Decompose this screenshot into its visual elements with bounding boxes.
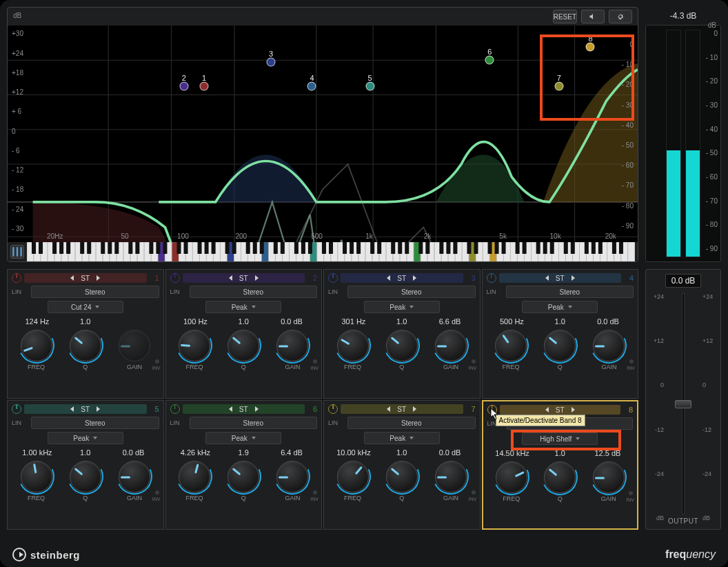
band-node-8[interactable]: [586, 43, 595, 52]
gain-knob[interactable]: [593, 461, 625, 493]
gain-knob[interactable]: [435, 461, 467, 493]
stereo-mode-dropdown[interactable]: Stereo: [31, 417, 159, 429]
gain-knob[interactable]: [119, 461, 150, 493]
invert-indicator[interactable]: [155, 490, 159, 495]
invert-indicator[interactable]: [472, 359, 476, 364]
invert-indicator[interactable]: [313, 359, 317, 364]
invert-indicator[interactable]: [472, 490, 476, 495]
band-processing-selector[interactable]: ST: [500, 405, 621, 415]
gain-value[interactable]: 0.0 dB: [426, 448, 474, 457]
output-slider[interactable]: +24+120-12-24dB +24+120-12-24dB: [646, 293, 720, 515]
freq-knob[interactable]: [337, 461, 369, 493]
gain-value[interactable]: 6.4 dB: [267, 448, 316, 457]
band-node-7[interactable]: [554, 81, 563, 90]
q-value[interactable]: 1.0: [219, 317, 267, 326]
band-power-button[interactable]: [12, 273, 21, 283]
reset-button[interactable]: RESET: [553, 10, 577, 23]
band-power-button[interactable]: [12, 404, 21, 414]
freq-value[interactable]: 1.00 kHz: [13, 448, 61, 457]
filter-type-dropdown[interactable]: Peak: [205, 432, 281, 444]
gain-knob[interactable]: [276, 461, 308, 493]
invert-indicator[interactable]: [629, 359, 634, 364]
stereo-mode-dropdown[interactable]: Stereo: [506, 286, 634, 298]
band-node-3[interactable]: [267, 58, 276, 67]
gain-value[interactable]: 12.5 dB: [584, 449, 631, 457]
band-processing-selector[interactable]: ST: [341, 273, 463, 283]
band-processing-selector[interactable]: ST: [341, 404, 463, 414]
freq-value[interactable]: 301 Hz: [330, 317, 378, 326]
gain-knob[interactable]: [435, 330, 467, 361]
gain-value[interactable]: 0.0 dB: [584, 317, 632, 326]
stereo-mode-dropdown[interactable]: Stereo: [347, 417, 476, 429]
filter-type-dropdown[interactable]: Cut 24: [48, 301, 123, 313]
filter-type-dropdown[interactable]: Peak: [364, 301, 440, 313]
band-node-1[interactable]: [200, 81, 209, 90]
freq-value[interactable]: 100 Hz: [172, 317, 220, 326]
gain-knob[interactable]: [276, 330, 308, 361]
q-value[interactable]: 1.0: [536, 449, 584, 457]
q-knob[interactable]: [544, 461, 576, 493]
invert-indicator[interactable]: [313, 490, 317, 495]
q-value[interactable]: 1.0: [61, 317, 110, 326]
q-knob[interactable]: [70, 330, 101, 361]
piano-keys[interactable]: [27, 242, 635, 261]
q-knob[interactable]: [70, 461, 101, 493]
freq-knob[interactable]: [496, 461, 527, 493]
stereo-mode-dropdown[interactable]: Stereo: [347, 286, 476, 298]
invert-indicator[interactable]: [629, 491, 633, 495]
invert-indicator[interactable]: [155, 359, 159, 364]
slider-thumb[interactable]: [675, 400, 691, 408]
band-node-4[interactable]: [307, 81, 316, 90]
q-value[interactable]: 1.0: [378, 448, 426, 457]
band-power-button[interactable]: [487, 273, 496, 283]
band-processing-selector[interactable]: ST: [499, 273, 622, 283]
q-value[interactable]: 1.9: [219, 448, 267, 457]
freq-value[interactable]: 124 Hz: [13, 317, 61, 326]
band-processing-selector[interactable]: ST: [183, 273, 305, 283]
freq-knob[interactable]: [179, 330, 210, 361]
q-knob[interactable]: [228, 461, 259, 493]
freq-knob[interactable]: [21, 330, 52, 361]
q-value[interactable]: 1.0: [61, 448, 110, 457]
filter-type-dropdown[interactable]: Peak: [205, 301, 281, 313]
freq-value[interactable]: 10.00 kHz: [330, 448, 378, 457]
band-power-button[interactable]: [170, 404, 180, 414]
audition-button[interactable]: [581, 10, 605, 23]
freq-value[interactable]: 14.50 kHz: [489, 449, 536, 457]
band-power-button[interactable]: [328, 404, 338, 414]
gain-knob[interactable]: [593, 330, 625, 361]
gain-value[interactable]: 0.0 dB: [267, 317, 316, 326]
filter-type-dropdown[interactable]: Peak: [364, 432, 440, 444]
q-value[interactable]: 1.0: [536, 317, 584, 326]
band-node-2[interactable]: [179, 81, 188, 90]
band-processing-selector[interactable]: ST: [24, 273, 147, 283]
freq-value[interactable]: 500 Hz: [488, 317, 536, 326]
stereo-mode-dropdown[interactable]: Stereo: [190, 417, 318, 429]
band-node-6[interactable]: [485, 56, 494, 65]
freq-knob[interactable]: [495, 330, 527, 361]
q-knob[interactable]: [386, 330, 418, 361]
filter-type-dropdown[interactable]: Peak: [522, 301, 598, 313]
freq-knob[interactable]: [337, 330, 369, 361]
band-processing-selector[interactable]: ST: [24, 404, 147, 414]
stereo-mode-dropdown[interactable]: Stereo: [190, 286, 318, 298]
q-knob[interactable]: [228, 330, 259, 361]
band-power-button[interactable]: [170, 273, 180, 283]
eq-curve-display[interactable]: +30+24+18+12+ 60- 6- 12- 18- 24- 30 0- 1…: [8, 26, 638, 242]
freq-knob[interactable]: [21, 461, 52, 493]
band-power-button[interactable]: [328, 273, 338, 283]
q-knob[interactable]: [544, 330, 576, 361]
q-knob[interactable]: [386, 461, 418, 493]
settings-button[interactable]: [609, 10, 632, 23]
gain-value[interactable]: 0.0 dB: [110, 448, 158, 457]
output-gain-value[interactable]: 0.0 dB: [665, 274, 702, 288]
q-value[interactable]: 1.0: [378, 317, 426, 326]
freq-knob[interactable]: [179, 461, 210, 493]
gain-value[interactable]: [110, 317, 158, 326]
gain-value[interactable]: 6.6 dB: [426, 317, 474, 326]
filter-type-dropdown[interactable]: High Shelf: [522, 432, 598, 445]
freq-value[interactable]: 4.26 kHz: [172, 448, 220, 457]
keyboard-toggle-button[interactable]: [10, 245, 24, 259]
band-processing-selector[interactable]: ST: [183, 404, 305, 414]
stereo-mode-dropdown[interactable]: Stereo: [31, 286, 159, 298]
